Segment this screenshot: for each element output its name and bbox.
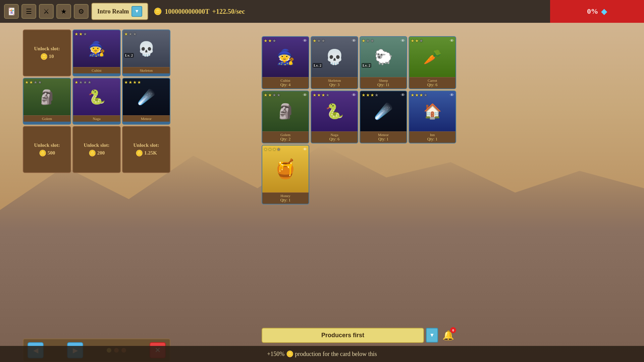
card-sheep-right[interactable]: ★ ★ ★ 👁 Lv. 2 🐑 Sheep Qty: 11 [360,36,407,89]
footer-golem-right: Golem Qty: 2 [262,131,309,143]
qty-honey-right: Qty: 1 [263,198,308,203]
name-skeleton-right: Skeleton [312,78,357,82]
eye-inn-right: 👁 [450,93,454,98]
star-2: ★ [29,80,33,85]
sword-icon[interactable]: ⚔ [39,4,54,19]
eye-skeleton-right: 👁 [352,38,356,44]
qty-carrot-right: Qty: 6 [410,82,455,87]
status-pct: +150% [267,351,284,357]
qty-meteor-right: Qty: 1 [361,137,406,142]
cards-icon[interactable]: 🃏 [4,4,19,19]
gold-rate: +122.50/sec [212,8,245,15]
star-3: ★ [133,80,137,85]
unlock-label-3: Unlock slot: [133,142,159,148]
footer-inn-right: Inn Qty: 1 [409,131,455,143]
name-cultist-right: Cultist [263,78,308,82]
star-3: ★ [83,32,87,37]
realm-dropdown-btn[interactable]: ▼ [131,6,142,17]
status-icon: 🪙 [286,351,295,357]
card-cultist-right[interactable]: ★ ★ ★ 👁 🧙 Cultist Qty: 4 [262,36,309,89]
status-text: +150% 🪙 production for the card below th… [267,350,377,358]
qty-naga-right: Qty: 6 [312,137,357,142]
star-3: ★ [34,80,38,85]
menu-icon[interactable]: ☰ [21,4,36,19]
unlock-cost-2: 🪙 200 [89,149,105,157]
unlock-slot-3[interactable]: Unlock slot: 🪙 1.25K [122,126,170,173]
unlock-label-2: Unlock slot: [84,142,109,148]
unlock-cost-value-1: 500 [48,150,55,156]
coin-icon-0: 🪙 [40,53,48,60]
eye-honey-right: 👁 [303,147,307,152]
producers-first-btn[interactable]: Producers first [262,328,424,343]
realm-selector[interactable]: Intro Realm ▼ [91,3,148,20]
coin-icon: 🪙 [154,7,162,15]
unlock-label-1: Unlock slot: [34,142,60,148]
card-stars-cultist: ★ ★ ★ [74,32,87,37]
stars-inn-right: ★ ★ ★ ★ [411,93,428,98]
right-panel: ★ ★ ★ 👁 🧙 Cultist Qty: 4 ★ ★ ★ 👁 [262,36,456,204]
star-4: ★ [38,80,42,85]
eye-sheep-right: 👁 [401,38,405,44]
level-sheep-right: Lv. 2 [362,63,371,68]
unlock-cost-1: 🪙 500 [39,149,55,157]
name-sheep-right: Sheep [361,78,406,82]
unlock-cost-value-3: 1.25K [144,150,157,156]
eye-naga-right: 👁 [352,93,356,98]
footer-carrot-right: Carrot Qty: 6 [409,77,455,88]
card-naga-right[interactable]: ★ ★ ★ ★ 👁 🐍 Naga Qty: 6 [311,90,358,143]
card-honey-right[interactable]: ★ ★ ★ ★ 👁 🍯 Honey Qty: 1 [262,145,309,204]
card-cultist-left[interactable]: ★ ★ ★ 🧙 Cultist [72,29,121,76]
card-footer-meteor: Meteor [123,115,170,122]
unlock-label: Unlock slot: [34,46,60,52]
card-footer-skeleton: Skeleton [123,67,170,73]
star-nav-icon[interactable]: ★ [56,4,71,19]
name-naga-right: Naga [312,133,357,137]
card-footer-cultist: Cultist [73,67,120,73]
card-skeleton-left[interactable]: ★ ★ ★ Lv. 2 💀 Skeleton [122,29,170,76]
unlock-slot-2[interactable]: Unlock slot: 🪙 200 [72,126,121,173]
left-panel: Unlock slot: 🪙 10 ★ ★ ★ 🧙 Cultist [23,29,170,173]
qty-cultist-right: Qty: 4 [263,82,308,87]
progress-text: 0% [587,7,598,16]
stars-skeleton-right: ★ ★ ★ [313,38,325,44]
card-meteor-left[interactable]: ★ ★ ★ ★ ☄️ Meteor [122,78,170,125]
qty-inn-right: Qty: 1 [410,137,455,142]
card-meteor-right[interactable]: ★ ★ ★ ★ 👁 ☄️ Meteor Qty: 1 [360,90,407,143]
qty-sheep-right: Qty: 11 [361,82,406,87]
stars-meteor-right: ★ ★ ★ ★ [362,93,379,98]
name-golem-right: Golem [263,133,308,137]
card-stars-golem: ★ ★ ★ ★ [25,80,42,85]
card-golem-left[interactable]: ★ ★ ★ ★ 🗿 Golem [23,78,71,125]
card-golem-right[interactable]: ★ ★ ★ ★ 👁 🗿 Golem Qty: 2 [262,90,309,143]
gold-display: 🪙 100000000000T +122.50/sec [154,7,245,15]
name-inn-right: Inn [410,133,455,137]
star-1: ★ [124,32,128,37]
card-naga-left[interactable]: ★ ★ ★ ★ 🐍 Naga [72,78,121,125]
stars-carrot-right: ★ ★ ★ [411,38,423,44]
star-2: ★ [79,32,83,37]
unlock-slot-1[interactable]: Unlock slot: 🪙 500 [23,126,71,173]
card-carrot-right[interactable]: ★ ★ ★ 👁 🥕 Carrot Qty: 6 [409,36,456,89]
notification-btn[interactable]: 🔔 0 [440,327,456,343]
eye-meteor-right: 👁 [401,93,405,98]
gold-amount: 100000000000T [165,8,209,15]
diamond-icon: ◆ [601,7,607,16]
footer-meteor-right: Meteor Qty: 1 [360,131,407,143]
card-stars-skeleton: ★ ★ ★ [124,32,137,37]
star-1: ★ [124,80,128,85]
star-4: ★ [137,80,141,85]
realm-name: Intro Realm [97,8,129,15]
progress-bar: 0% ◆ [550,0,644,23]
card-level-skeleton: Lv. 2 [124,53,134,58]
notification-badge: 0 [450,327,456,333]
star-1: ★ [25,80,29,85]
status-bar: +150% 🪙 production for the card below th… [0,346,644,362]
star-2: ★ [128,80,132,85]
sort-dropdown-btn[interactable]: ▼ [426,328,438,343]
card-skeleton-right[interactable]: ★ ★ ★ 👁 Lv. 2 💀 Skeleton Qty: 3 [311,36,358,89]
gear-icon[interactable]: ⚙ [74,4,89,19]
stars-honey-right: ★ ★ ★ ★ [264,147,281,152]
status-suffix: production for the card below this [295,351,377,357]
unlock-slot-0[interactable]: Unlock slot: 🪙 10 [23,29,71,76]
card-inn-right[interactable]: ★ ★ ★ ★ 👁 🏠 Inn Qty: 1 [409,90,456,143]
